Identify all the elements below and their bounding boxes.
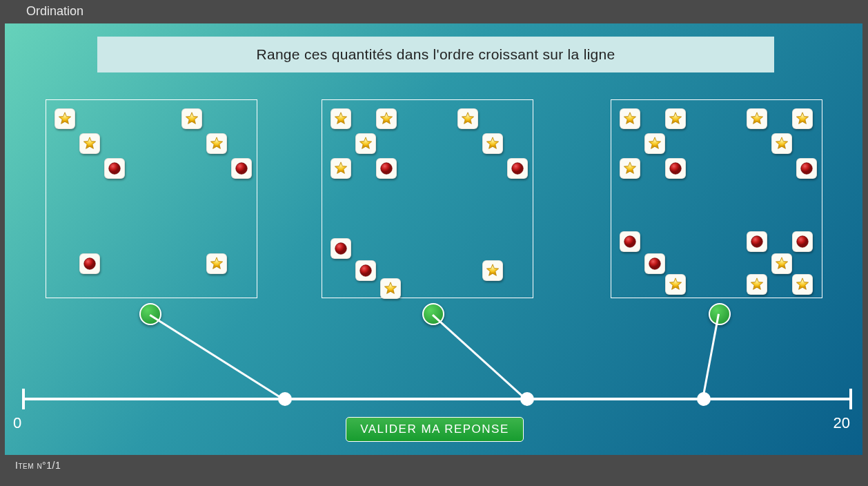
svg-point-6 — [360, 265, 372, 277]
line-point-3[interactable] — [697, 392, 711, 406]
red-circle-icon — [620, 231, 640, 252]
svg-point-2 — [84, 258, 96, 270]
star-icon — [457, 108, 478, 129]
svg-point-11 — [797, 236, 809, 248]
validate-button[interactable]: VALIDER MA REPONSE — [346, 417, 524, 442]
star-icon — [771, 253, 792, 274]
svg-point-8 — [801, 163, 813, 175]
card-handle-3[interactable] — [709, 303, 731, 325]
red-circle-icon — [796, 158, 817, 179]
exercise-canvas: Range ces quantités dans l'ordre croissa… — [5, 23, 862, 455]
star-icon — [747, 108, 767, 129]
star-icon — [644, 133, 665, 154]
instruction-text: Range ces quantités dans l'ordre croissa… — [256, 46, 615, 63]
axis-min-label: 0 — [13, 414, 21, 432]
svg-point-7 — [670, 163, 682, 175]
connector-line — [149, 314, 285, 401]
item-counter: Item n°1/1 — [15, 460, 61, 471]
red-circle-icon — [507, 158, 528, 179]
svg-point-10 — [751, 236, 763, 248]
red-circle-icon — [747, 231, 767, 252]
red-circle-icon — [792, 231, 813, 252]
red-circle-icon — [79, 253, 100, 274]
svg-point-12 — [649, 258, 661, 270]
star-icon — [771, 133, 792, 154]
footer-bar: Item n°1/1 — [5, 455, 862, 476]
red-circle-icon — [665, 158, 686, 179]
red-circle-icon — [104, 158, 125, 179]
axis-max-label: 20 — [834, 414, 850, 432]
svg-point-3 — [381, 163, 393, 175]
star-icon — [331, 108, 351, 129]
page-title: Ordination — [0, 0, 868, 23]
star-icon — [792, 274, 813, 295]
red-circle-icon — [331, 238, 351, 259]
star-icon — [376, 108, 397, 129]
svg-point-1 — [236, 163, 248, 175]
star-icon — [792, 108, 813, 129]
star-icon — [620, 108, 640, 129]
red-circle-icon — [644, 253, 665, 274]
star-icon — [206, 133, 227, 154]
svg-point-0 — [109, 163, 121, 175]
line-point-2[interactable] — [520, 392, 534, 406]
number-line-tick-end — [849, 389, 852, 409]
red-circle-icon — [376, 158, 397, 179]
number-line-tick-start — [22, 389, 25, 409]
quantity-card-2[interactable] — [322, 99, 533, 298]
quantity-card-3[interactable] — [611, 99, 822, 298]
instruction-banner: Range ces quantités dans l'ordre croissa… — [97, 37, 774, 72]
red-circle-icon — [355, 260, 376, 281]
star-icon — [206, 253, 227, 274]
line-point-1[interactable] — [278, 392, 292, 406]
star-icon — [482, 260, 503, 281]
star-icon — [79, 133, 100, 154]
star-icon — [331, 158, 351, 179]
star-icon — [665, 108, 686, 129]
svg-point-9 — [624, 236, 636, 248]
star-icon — [355, 133, 376, 154]
star-icon — [181, 108, 202, 129]
connector-line — [432, 314, 527, 400]
star-icon — [482, 133, 503, 154]
quantity-card-1[interactable] — [46, 99, 257, 298]
red-circle-icon — [231, 158, 252, 179]
validate-button-label: VALIDER MA REPONSE — [360, 422, 509, 436]
number-line-axis — [22, 398, 852, 400]
star-icon — [665, 274, 686, 295]
star-icon — [380, 278, 401, 299]
star-icon — [747, 274, 767, 295]
star-icon — [620, 158, 640, 179]
svg-point-5 — [335, 243, 347, 255]
star-icon — [55, 108, 75, 129]
connector-line — [702, 313, 720, 399]
svg-point-4 — [512, 163, 524, 175]
